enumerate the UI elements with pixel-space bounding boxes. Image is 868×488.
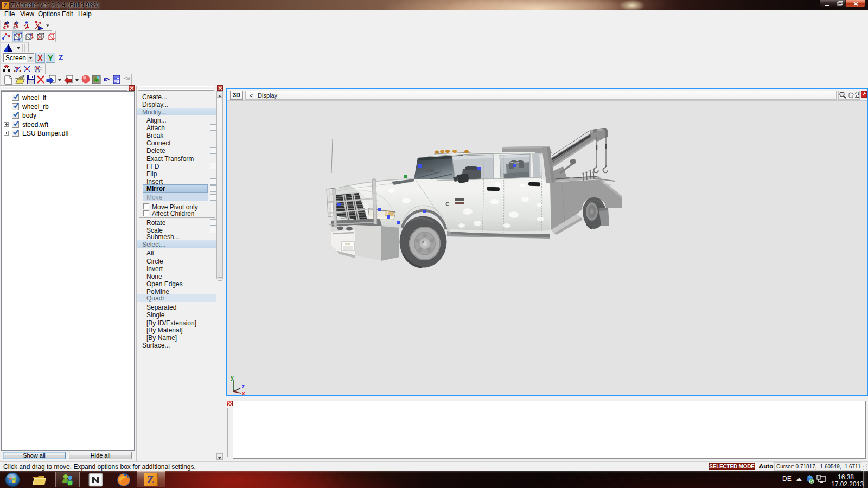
svg-text:y: y [231,375,234,381]
svg-text:z: z [242,383,245,389]
svg-text:x: x [242,390,245,395]
svg-text:Z: Z [147,474,154,485]
